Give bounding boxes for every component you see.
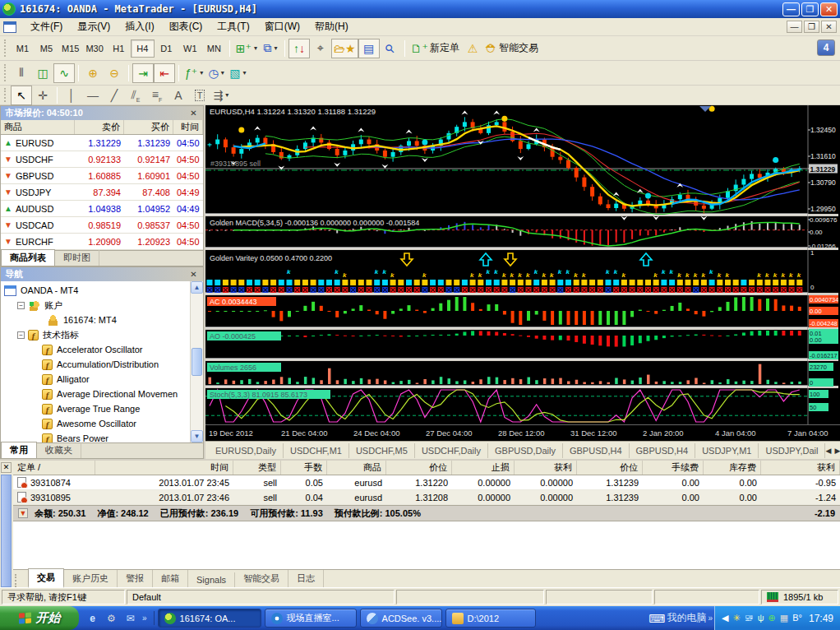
terminal-tabs-grip[interactable] (15, 574, 25, 587)
internet-explorer-icon[interactable]: e (85, 611, 99, 625)
timeframe-h1[interactable]: H1 (107, 39, 131, 58)
nav-accounts[interactable]: −账户 (1, 298, 190, 313)
strategy-tester-button[interactable]: ⚲ (380, 39, 401, 58)
timeframe-w1[interactable]: W1 (178, 39, 202, 58)
hide-icons-chevron[interactable]: ◀ (722, 614, 728, 623)
nav-indicator[interactable]: fBears Power (1, 431, 190, 442)
menu-item-1[interactable]: 显示(V) (70, 18, 118, 35)
navigator-close-icon[interactable]: ✕ (188, 270, 199, 279)
chart-window-tab[interactable]: GBPUSD,H4 (630, 443, 696, 458)
orders-col-header[interactable]: 获利 (515, 461, 577, 475)
text-label-button[interactable]: T (189, 86, 210, 105)
collapse-icon[interactable]: − (17, 331, 25, 339)
candle-chart-button[interactable]: ◫ (32, 63, 53, 83)
timeframe-mn[interactable]: MN (202, 39, 226, 58)
market-watch-col-header[interactable]: 商品 (1, 120, 75, 134)
menu-item-3[interactable]: 图表(C) (162, 18, 210, 35)
horizontal-line-button[interactable]: — (82, 86, 104, 105)
chart-window-tab[interactable]: GBPUSD,Daily (488, 443, 563, 458)
task-button[interactable]: 161674: OA... (158, 609, 261, 628)
indicators-button[interactable]: ƒ⁺▾ (182, 63, 205, 83)
minimize-button[interactable]: — (782, 2, 800, 16)
timeframe-h4[interactable]: H4 (131, 39, 155, 58)
terminal-tab[interactable]: 交易 (28, 568, 64, 588)
chart-window-tab[interactable]: EURUSD,Daily (209, 443, 284, 458)
close-button[interactable]: ✕ (820, 2, 838, 16)
market-watch-row[interactable]: ▼USDCAD0.985190.9853704:50 (1, 217, 203, 234)
market-watch-col-header[interactable]: 卖价 (75, 120, 124, 134)
tray-alert-icon[interactable]: ✳ (733, 614, 741, 623)
navigator-toggle[interactable]: 🗁★ (331, 39, 358, 58)
community-badge[interactable]: 4 (817, 39, 835, 56)
menu-item-5[interactable]: 窗口(W) (257, 18, 307, 35)
line-chart-button[interactable]: ∿ (53, 63, 75, 83)
terminal-close-icon[interactable]: ✕ (1, 462, 12, 473)
timeframe-m15[interactable]: M15 (58, 39, 82, 58)
tray-network-icon[interactable]: 🖳 (745, 614, 754, 623)
orders-col-header[interactable]: 获利 (761, 461, 840, 475)
menu-item-6[interactable]: 帮助(H) (307, 18, 356, 35)
terminal-toggle[interactable]: ▤ (358, 39, 380, 58)
menu-item-0[interactable]: 文件(F) (23, 18, 70, 35)
market-watch-toggle[interactable]: ↑↓ (288, 39, 310, 58)
navigator-title-bar[interactable]: 导航 ✕ (1, 267, 203, 281)
tabs-scroll-right-icon[interactable]: ▶ (834, 447, 840, 455)
zoom-in-button[interactable]: ⊕ (82, 63, 104, 83)
templates-button[interactable]: ▧▾ (227, 63, 248, 83)
child-close-button[interactable]: ✕ (821, 21, 837, 33)
market-watch-title-bar[interactable]: 市场报价: 04:50:10 ✕ (1, 106, 203, 120)
chart-area[interactable]: EURUSD,H4 1.31224 1.31320 1.31188 1.3122… (205, 105, 840, 459)
task-button[interactable]: D:\2012 (445, 609, 536, 628)
chart-shift-button[interactable]: ⇤ (154, 63, 175, 83)
settings-gears-icon[interactable]: ⚙ (104, 611, 118, 625)
terminal-tab[interactable]: 警报 (118, 570, 153, 587)
scroll-down-icon[interactable]: ▼ (191, 430, 203, 442)
keyboard-layout-icon[interactable]: ⌨ (648, 613, 665, 624)
orders-col-header[interactable]: 止损 (452, 461, 515, 475)
orders-col-header[interactable]: 手数 (281, 461, 327, 475)
market-watch-col-header[interactable]: 时间 (173, 120, 203, 134)
nav-indicator[interactable]: fAverage True Range (1, 401, 190, 416)
new-chart-button[interactable]: ⊞⁺▾ (233, 39, 260, 58)
market-watch-tab[interactable]: 商品列表 (1, 249, 55, 266)
nav-indicator[interactable]: fAccelerator Oscillator (1, 342, 190, 357)
market-watch-row[interactable]: ▼EURCHF1.209091.2092304:50 (1, 234, 203, 250)
market-watch-row[interactable]: ▲AUDUSD1.049381.0495204:49 (1, 201, 203, 217)
nav-indicator[interactable]: fAverage Directional Movemen (1, 387, 190, 401)
text-button[interactable]: A (168, 86, 189, 105)
tray-monitor-icon[interactable]: ▦ (780, 614, 788, 623)
maximize-button[interactable]: ❐ (801, 2, 819, 16)
taskbar-clock[interactable]: 17:49 (809, 613, 833, 624)
terminal-tab[interactable]: 日志 (288, 570, 324, 587)
market-watch-tab[interactable]: 即时图 (55, 250, 99, 266)
timeframe-m1[interactable]: M1 (11, 39, 35, 58)
timeframe-m30[interactable]: M30 (82, 39, 106, 58)
nav-indicator[interactable]: fAlligator (1, 372, 190, 387)
market-watch-row[interactable]: ▼USDCHF0.921330.9214704:50 (1, 151, 203, 168)
order-row[interactable]: 393108742013.01.07 23:45sell0.05eurusd1.… (13, 475, 840, 490)
terminal-tab[interactable]: 邮箱 (153, 570, 188, 587)
task-button[interactable]: ACDSee. v3.... (360, 609, 442, 628)
zoom-out-button[interactable]: ⊖ (104, 63, 125, 83)
menu-item-2[interactable]: 插入(I) (118, 18, 161, 35)
fibonacci-button[interactable]: ≡F (146, 86, 168, 105)
orders-col-header[interactable]: 时间 (95, 461, 233, 475)
orders-col-header[interactable]: 库存费 (704, 461, 761, 475)
child-minimize-button[interactable]: — (787, 21, 802, 33)
chart-window-tab[interactable]: USDCHF,M5 (349, 443, 415, 458)
nav-indicators[interactable]: −f技术指标 (1, 327, 190, 342)
title-bar[interactable]: 161674: OANDA - MetaTrader - [EURUSD,H4]… (0, 0, 840, 18)
language-bar-label[interactable]: 我的电脑 (667, 611, 707, 625)
navigator-tab[interactable]: 常用 (1, 442, 37, 458)
market-watch-row[interactable]: ▲EURUSD1.312291.3123904:50 (1, 135, 203, 151)
profiles-button[interactable]: ⧉▾ (260, 39, 281, 58)
nav-root[interactable]: OANDA - MT4 (1, 283, 190, 298)
tabs-scroll-left-icon[interactable]: ◀ (825, 447, 831, 455)
chart-window-tab[interactable]: USDJPY,M1 (695, 443, 759, 458)
chart-window-tab[interactable]: USDJPY,Dail (759, 443, 825, 458)
nav-account[interactable]: 161674: MT4 (1, 313, 190, 327)
orders-col-header[interactable]: 商品 (327, 461, 386, 475)
market-watch-close-icon[interactable]: ✕ (188, 109, 199, 118)
equidistant-channel-button[interactable]: ⫽E (125, 86, 146, 105)
orders-col-header[interactable]: 定单 / (13, 461, 95, 475)
